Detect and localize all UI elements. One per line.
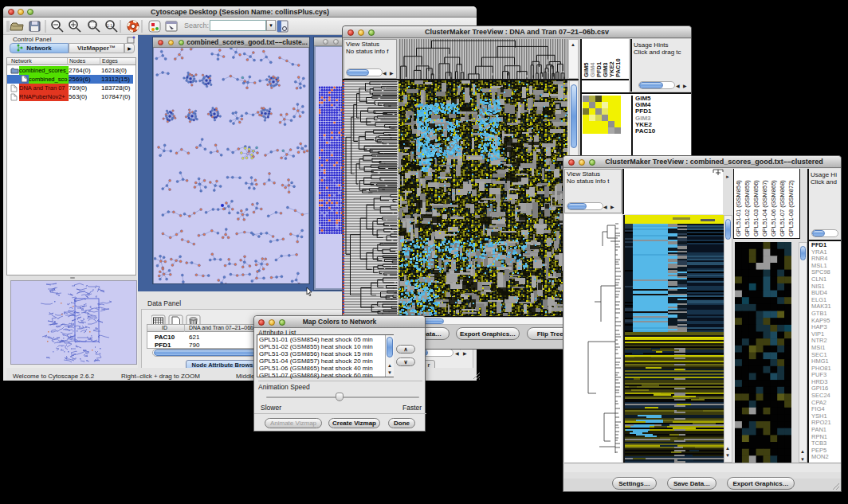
svg-text:1:1: 1:1 (107, 23, 112, 28)
